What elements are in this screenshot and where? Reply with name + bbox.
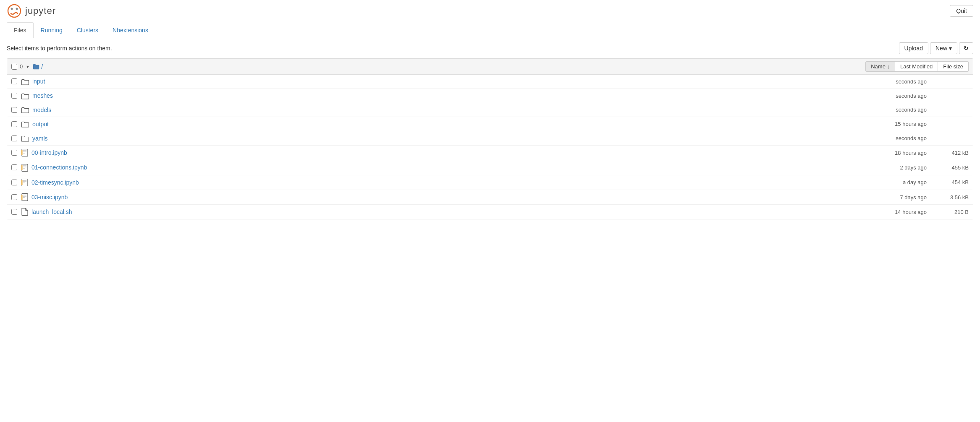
table-row: meshesseconds ago [7,89,973,103]
row-checkbox[interactable] [11,78,17,84]
toolbar: Select items to perform actions on them.… [0,38,980,58]
folder-icon [21,107,32,114]
tabs-bar: Files Running Clusters Nbextensions [0,22,980,38]
upload-button[interactable]: Upload [899,42,928,54]
file-modified: 7 days ago [868,194,935,201]
browser-header: 0 ▾ / Name ↓ Last Modified File size [7,59,973,75]
item-count: 0 [20,63,23,70]
folder-icon [21,78,32,85]
logo: jupyter [7,3,56,18]
new-button-label: New [935,45,947,52]
quit-button[interactable]: Quit [950,5,973,17]
row-checkbox[interactable] [11,164,17,170]
select-info-text: Select items to perform actions on them. [7,45,112,52]
table-row: 01-connections.ipynb2 days ago455 kB [7,160,973,175]
file-size: 455 kB [935,164,969,171]
new-dropdown-arrow-icon: ▾ [949,45,952,52]
folder-icon [33,64,39,70]
svg-rect-3 [22,149,28,156]
row-checkbox[interactable] [11,93,17,99]
col-size-button[interactable]: File size [938,61,969,72]
table-row: modelsseconds ago [7,103,973,117]
refresh-icon: ↻ [964,45,969,52]
notebook-icon [21,193,31,201]
breadcrumb[interactable]: / [33,63,43,70]
svg-rect-22 [21,195,23,200]
jupyter-logo-icon [7,3,22,18]
table-row: 00-intro.ipynb18 hours ago412 kB [7,146,973,160]
header: jupyter Quit [0,0,980,22]
file-name[interactable]: 00-intro.ipynb [31,149,868,156]
file-name[interactable]: meshes [32,92,868,99]
table-row: inputseconds ago [7,75,973,89]
table-row: 02-timesync.ipynba day ago454 kB [7,175,973,190]
file-name[interactable]: 03-misc.ipynb [31,194,868,201]
row-checkbox[interactable] [11,180,17,185]
file-name[interactable]: input [32,78,868,85]
file-name[interactable]: models [32,107,868,113]
row-checkbox[interactable] [11,194,17,200]
col-name-button[interactable]: Name ↓ [865,61,895,72]
file-name[interactable]: launch_local.sh [31,208,868,215]
svg-rect-8 [22,164,28,171]
file-name[interactable]: yamls [32,135,868,142]
file-size: 412 kB [935,150,969,156]
new-button[interactable]: New ▾ [930,42,957,54]
column-headers: Name ↓ Last Modified File size [865,61,969,72]
svg-rect-7 [21,150,23,155]
table-row: output15 hours ago [7,117,973,131]
folder-icon [21,135,32,142]
notebook-icon [21,149,31,156]
file-name[interactable]: output [32,121,868,128]
svg-point-2 [16,8,18,10]
svg-rect-17 [21,180,23,185]
folder-icon [21,120,32,128]
notebook-icon [21,179,31,186]
table-row: launch_local.sh14 hours ago210 B [7,205,973,219]
folder-icon [21,92,32,99]
svg-point-1 [11,8,13,10]
svg-rect-13 [22,179,28,186]
row-checkbox[interactable] [11,107,17,113]
refresh-button[interactable]: ↻ [959,42,973,54]
select-all-checkbox[interactable] [11,64,17,70]
item-count-dropdown[interactable]: ▾ [25,64,30,70]
row-checkbox[interactable] [11,150,17,156]
toolbar-actions: Upload New ▾ ↻ [899,42,973,54]
file-modified: seconds ago [868,135,935,141]
file-list: inputseconds agomeshesseconds agomodelss… [7,75,973,219]
col-modified-button[interactable]: Last Modified [895,61,938,72]
tab-running[interactable]: Running [34,22,70,38]
file-modified: a day ago [868,179,935,185]
row-checkbox[interactable] [11,135,17,141]
file-size: 454 kB [935,179,969,185]
logo-text: jupyter [25,5,56,16]
browser-header-left: 0 ▾ / [11,63,43,70]
file-modified: 15 hours ago [868,121,935,127]
svg-rect-12 [21,165,23,170]
tab-files[interactable]: Files [7,22,34,38]
file-modified: seconds ago [868,93,935,99]
file-icon [21,208,31,216]
tab-clusters[interactable]: Clusters [70,22,105,38]
table-row: 03-misc.ipynb7 days ago3.56 kB [7,190,973,205]
file-modified: 14 hours ago [868,209,935,215]
svg-point-0 [8,5,21,17]
file-size: 3.56 kB [935,194,969,201]
svg-rect-18 [22,194,28,201]
file-modified: 18 hours ago [868,150,935,156]
file-name[interactable]: 01-connections.ipynb [31,164,868,171]
file-modified: seconds ago [868,78,935,85]
file-modified: seconds ago [868,107,935,113]
file-modified: 2 days ago [868,164,935,171]
notebook-icon [21,164,31,171]
file-browser: 0 ▾ / Name ↓ Last Modified File size inp… [7,58,973,219]
tab-nbextensions[interactable]: Nbextensions [105,22,155,38]
file-name[interactable]: 02-timesync.ipynb [31,179,868,186]
table-row: yamlsseconds ago [7,131,973,146]
breadcrumb-slash: / [41,63,43,70]
row-checkbox[interactable] [11,121,17,127]
row-checkbox[interactable] [11,209,17,215]
file-size: 210 B [935,209,969,215]
